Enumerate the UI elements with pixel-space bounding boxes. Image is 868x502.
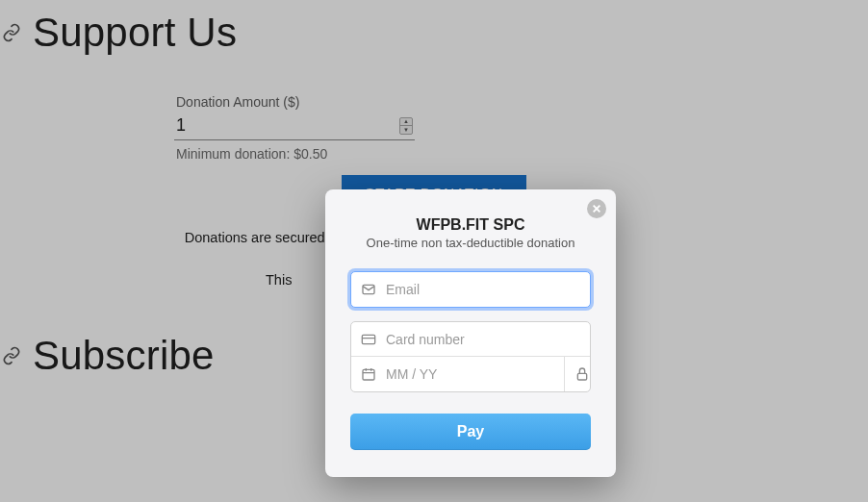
close-icon: [592, 204, 601, 213]
payment-modal: WFPB.FIT SPC One-time non tax-deductible…: [325, 189, 616, 477]
calendar-icon: [361, 366, 376, 382]
card-field-group: [350, 321, 591, 392]
modal-title: WFPB.FIT SPC: [350, 216, 591, 234]
card-expiry-input[interactable]: [386, 366, 554, 382]
modal-subtitle: One-time non tax-deductible donation: [350, 236, 591, 250]
pay-button[interactable]: Pay: [350, 414, 591, 450]
email-input[interactable]: [386, 282, 580, 297]
card-number-input[interactable]: [386, 332, 580, 347]
card-icon: [361, 332, 376, 347]
svg-rect-3: [362, 335, 374, 343]
lock-icon: [574, 366, 590, 382]
email-icon: [361, 282, 376, 297]
email-field-group: [350, 271, 591, 308]
svg-rect-5: [363, 369, 374, 380]
close-button[interactable]: [587, 199, 606, 218]
svg-rect-9: [577, 373, 586, 380]
